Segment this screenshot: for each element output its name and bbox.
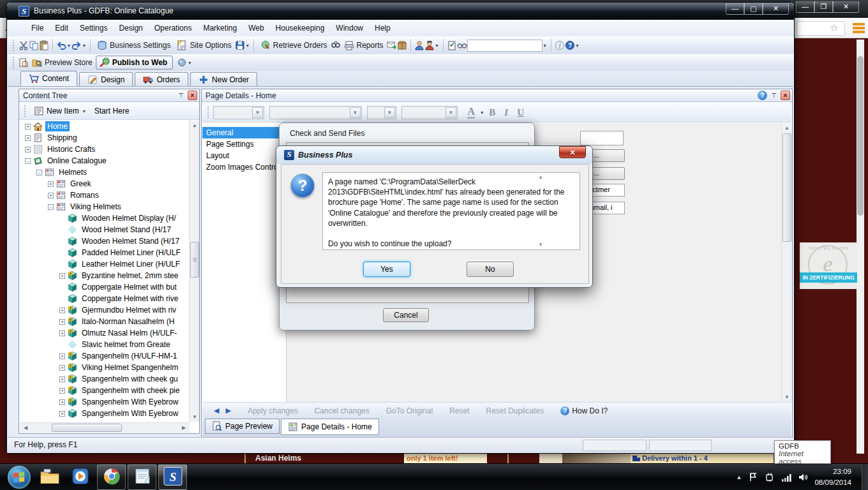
apply-changes-button[interactable]: Apply changes (248, 406, 298, 415)
cut-icon[interactable] (19, 40, 29, 50)
yes-button[interactable]: Yes (363, 262, 410, 277)
content-tree-close-icon[interactable]: × (188, 91, 197, 100)
variant-combobox[interactable]: ▼ (401, 106, 458, 119)
preview-store-button[interactable]: Preview Store (29, 56, 96, 69)
power-plug-icon[interactable] (765, 472, 775, 482)
redo-dropdown-icon[interactable]: ▾ (83, 43, 86, 48)
tree-item[interactable]: Coppergate Helmet with rive (20, 293, 190, 304)
menu-design[interactable]: Design (113, 21, 148, 35)
volume-icon[interactable] (798, 472, 808, 482)
tree-item[interactable]: +Viking Helmet Spangenhelm (20, 362, 190, 373)
web-globe-icon[interactable] (177, 57, 187, 68)
taskbar-explorer-button[interactable] (35, 464, 64, 490)
reset-duplicates-button[interactable]: Reset Duplicates (486, 406, 544, 415)
menu-window[interactable]: Window (330, 21, 369, 35)
tree-item[interactable]: +Historic Crafts (20, 144, 190, 155)
package-icon[interactable] (397, 40, 407, 50)
menu-general[interactable]: General (202, 127, 286, 138)
tree-expander-icon[interactable]: - (36, 170, 42, 175)
app-maximize-button[interactable]: ▢ (744, 3, 763, 15)
menu-zoom-images[interactable]: Zoom Images Control (202, 161, 286, 173)
tree-expander-icon[interactable]: + (25, 147, 31, 152)
retrieve-orders-button[interactable]: Retrieve Orders (257, 39, 331, 52)
save-dropdown-icon[interactable]: ▾ (246, 43, 249, 48)
tree-item[interactable]: +Spangenhelm With Eyebrow (20, 408, 190, 419)
tree-vertical-scrollbar[interactable]: ▲ ▼ (189, 121, 199, 422)
tree-item[interactable]: Slavic helmet from Greate (20, 339, 190, 350)
browser-close-button[interactable]: ✕ (833, 1, 859, 13)
reset-button[interactable]: Reset (449, 406, 469, 415)
style-combobox[interactable]: ▼ (213, 106, 264, 119)
network-signal-icon[interactable] (781, 472, 791, 482)
tree-expander-icon[interactable]: + (59, 388, 65, 394)
pin-icon[interactable]: ⊤ (176, 91, 186, 100)
tree-expander-icon[interactable]: + (59, 319, 65, 325)
prev-record-icon[interactable]: ◀ (214, 406, 219, 415)
browser-menu-icon[interactable] (853, 23, 865, 33)
tree-item[interactable]: Padded Helmet Liner (H/ULF (20, 247, 190, 258)
tab-content[interactable]: Content (20, 71, 77, 86)
tree-expander-icon[interactable]: + (48, 181, 54, 187)
menu-operations[interactable]: Operations (149, 21, 198, 35)
tree-item[interactable]: +Greek (20, 178, 190, 189)
browser-scrollbar-thumb[interactable] (857, 56, 864, 216)
tree-expander-icon[interactable]: + (25, 135, 31, 141)
menu-marketing[interactable]: Marketing (197, 21, 243, 35)
help-dropdown-icon[interactable]: ▾ (576, 43, 579, 48)
spectacles-icon[interactable] (457, 40, 467, 50)
cancel-button[interactable]: Cancel (383, 308, 429, 322)
search-combobox[interactable] (467, 40, 542, 52)
size-combobox[interactable]: ▼ (367, 106, 396, 119)
panel-pin-icon[interactable]: ⊤ (769, 91, 779, 100)
tree-expander-icon[interactable]: + (59, 308, 65, 313)
scroll-down-icon[interactable]: ▼ (190, 412, 199, 422)
tree-item[interactable]: +Spangenhelm (H/ULF-HM-1 (20, 350, 190, 362)
font-color-button[interactable]: A (467, 106, 475, 119)
tree-item[interactable]: Leather Helmet Liner (H/ULF (20, 258, 190, 270)
customer-icon[interactable] (414, 40, 424, 50)
app-titlebar[interactable]: S Business Plus - GDFB: Online Catalogue… (7, 3, 794, 20)
menu-web[interactable]: Web (243, 21, 269, 35)
how-do-i-button[interactable]: ? How Do I? (560, 406, 608, 415)
bold-button[interactable]: B (489, 107, 495, 118)
tree-horizontal-scrollbar[interactable]: ◀ ▶ (20, 422, 190, 433)
tree-item[interactable]: +Spangenhelm with cheek gu (20, 373, 190, 385)
tree-item[interactable]: +Shipping (20, 132, 190, 144)
taskbar-sellerdeck-button[interactable]: S (158, 464, 187, 490)
taskbar-notepad-button[interactable] (128, 464, 156, 490)
undo-icon[interactable] (56, 40, 66, 50)
app-minimize-button[interactable]: — (726, 3, 744, 15)
tree-item[interactable]: Coppergate Helmet with but (20, 281, 190, 293)
tree-expander-icon[interactable]: - (25, 158, 31, 164)
tree-item[interactable]: +Spangenhelm With Eyebrow (20, 396, 190, 408)
action-center-flag-icon[interactable] (748, 472, 758, 482)
start-button[interactable] (8, 466, 31, 489)
webpage-category-link[interactable]: Asian Helms (255, 454, 301, 463)
tree-item[interactable]: +Gjermundbu Helmet with riv (20, 304, 190, 316)
menu-page-settings[interactable]: Page Settings (202, 138, 286, 150)
no-button[interactable]: No (467, 262, 514, 277)
tree-expander-icon[interactable]: + (59, 365, 65, 371)
page-name-field[interactable] (580, 131, 624, 145)
copy-icon[interactable] (29, 40, 39, 50)
tree-expander-icon[interactable]: + (59, 353, 65, 359)
tree-item[interactable]: Wooden Helmet Display (H/ (20, 212, 190, 224)
browser-maximize-button[interactable]: ❐ (814, 1, 833, 13)
page-details-close-icon[interactable]: × (781, 91, 790, 100)
undo-dropdown-icon[interactable]: ▾ (68, 43, 70, 48)
menu-housekeeping[interactable]: Housekeeping (270, 21, 331, 35)
start-here-button[interactable]: Start Here (91, 105, 133, 117)
info-icon[interactable]: i (555, 40, 565, 50)
search-dropdown-icon[interactable]: ▾ (544, 43, 546, 48)
tree-hscroll-thumb[interactable] (52, 424, 122, 432)
tray-expand-icon[interactable]: ▲ (737, 474, 742, 480)
underline-button[interactable]: U (517, 107, 524, 118)
page-details-scroll-thumb[interactable] (782, 133, 791, 242)
italic-button[interactable]: I (504, 107, 508, 118)
tree-item[interactable]: +Romans (20, 189, 190, 201)
page-details-scrollbar[interactable]: ▲ ▼ (781, 123, 792, 402)
tree-item[interactable]: +Spangenhelm with cheek pie (20, 385, 190, 396)
find-orders-icon[interactable] (331, 40, 341, 50)
business-settings-button[interactable]: Business Settings (94, 39, 174, 52)
scroll-up-icon[interactable]: ▲ (190, 121, 199, 130)
